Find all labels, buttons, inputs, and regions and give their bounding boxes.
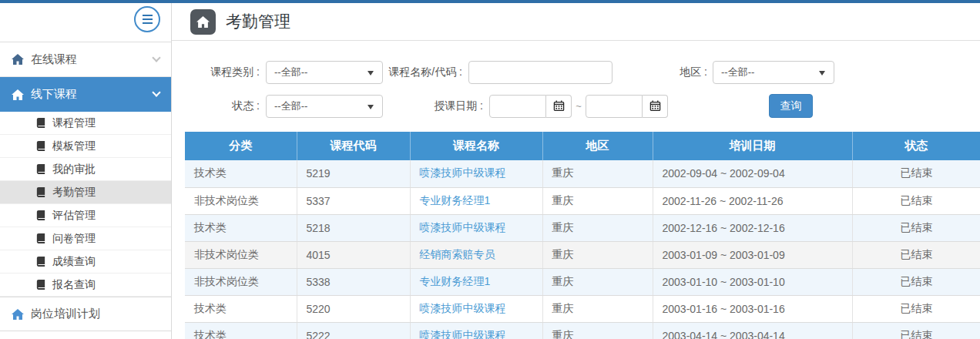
home-icon [12,309,24,320]
course-name-link[interactable]: 喷漆技师中级课程 [420,329,506,339]
book-icon [36,257,45,267]
course-name-link[interactable]: 专业财务经理1 [420,275,491,287]
hamburger-icon[interactable] [134,6,160,32]
sidebar-item-online-courses[interactable]: 在线课程 [0,42,171,77]
cell-category: 非技术岗位类 [185,268,297,295]
sidebar-submenu-item-label: 我的审批 [52,163,96,176]
sidebar-item-offline-courses[interactable]: 线下课程 [0,77,171,112]
sidebar-submenu-item-label: 课程管理 [52,116,96,130]
table-row: 非技术岗位类 5337 专业财务经理1 重庆 2002-11-26 ~ 2002… [185,187,980,214]
table-header-row: 分类课程代码课程名称地区培训日期状态 [185,132,980,160]
calendar-icon[interactable] [546,95,572,118]
cell-category: 技术类 [185,295,297,322]
calendar-icon[interactable] [643,95,668,118]
sidebar-submenu-item[interactable]: 成绩查询 [0,250,171,274]
sidebar-item-label: 岗位培训计划 [31,307,100,321]
date-to-input[interactable] [586,95,643,118]
book-icon [36,210,45,220]
sidebar-submenu-item[interactable]: 课程管理 [0,112,171,135]
date-from-input[interactable] [489,95,546,118]
cell-training-date: 2002-09-04 ~ 2002-09-04 [653,160,852,187]
page-header: 考勤管理 [172,3,980,41]
cell-training-date: 2003-01-10 ~ 2003-01-10 [653,268,852,295]
status-select[interactable]: --全部-- [266,95,383,118]
teaching-date-label: 授课日期 : [383,99,483,113]
table-row: 技术类 5220 喷漆技师中级课程 重庆 2003-01-16 ~ 2003-0… [185,295,980,322]
cell-category: 技术类 [185,322,297,339]
course-name-link[interactable]: 喷漆技师中级课程 [420,166,506,179]
page-title: 考勤管理 [226,11,290,32]
table-column-header: 地区 [542,132,653,160]
book-icon [36,280,45,290]
region-select[interactable]: --全部-- [713,61,834,84]
sidebar-submenu-item[interactable]: 评估管理 [0,204,171,227]
cell-training-date: 2002-11-26 ~ 2002-11-26 [653,187,852,214]
home-icon [12,54,24,65]
course-name-link[interactable]: 喷漆技师中级课程 [420,221,506,233]
cell-category: 非技术岗位类 [185,187,297,214]
course-category-select[interactable]: --全部-- [266,61,383,84]
table-column-header: 课程代码 [297,132,410,160]
course-name-label: 课程名称/代码 : [383,65,462,79]
table-column-header: 分类 [185,132,297,160]
course-table: 分类课程代码课程名称地区培训日期状态 技术类 5219 喷漆技师中级课程 重庆 … [185,132,980,339]
table-column-header: 状态 [852,132,980,160]
cell-status: 已结束 [852,268,980,295]
table-row: 非技术岗位类 5338 专业财务经理1 重庆 2003-01-10 ~ 2003… [185,268,980,295]
course-name-link[interactable]: 喷漆技师中级课程 [420,302,506,314]
sidebar-item-training-plan[interactable]: 岗位培训计划 [0,297,171,331]
sidebar-submenu-item[interactable]: 考勤管理 [0,181,171,204]
search-button[interactable]: 查询 [769,94,813,118]
table-column-header: 培训日期 [653,132,852,160]
cell-status: 已结束 [852,322,980,339]
sidebar-submenu-item[interactable]: 模板管理 [0,135,171,158]
filter-panel: 课程类别 : --全部-- 课程名称/代码 : 地区 : --全部-- 状态 :… [172,41,980,118]
chevron-down-icon [152,88,160,96]
region-label: 地区 : [612,65,707,79]
main-content: 考勤管理 课程类别 : --全部-- 课程名称/代码 : 地区 : --全部--… [172,3,980,339]
cell-region: 重庆 [542,322,653,339]
region-value: --全部-- [721,66,754,78]
sidebar-header [0,3,171,42]
sidebar-submenu-item-label: 问卷管理 [52,232,96,246]
sidebar-submenu-item[interactable]: 报名查询 [0,274,171,297]
cell-region: 重庆 [542,295,653,322]
cell-status: 已结束 [852,241,980,268]
status-label: 状态 : [172,99,260,113]
course-name-link[interactable]: 经销商索赔专员 [420,248,495,260]
cell-category: 技术类 [185,160,297,187]
sidebar-submenu-item-label: 成绩查询 [52,255,96,269]
sidebar-submenu-item[interactable]: 问卷管理 [0,227,171,250]
course-name-input[interactable] [468,61,612,84]
sidebar-submenu-item-label: 评估管理 [52,209,96,223]
sidebar-submenu-item[interactable]: 我的审批 [0,158,171,181]
course-name-link[interactable]: 专业财务经理1 [420,194,491,206]
date-to-group [586,95,668,118]
cell-status: 已结束 [852,187,980,214]
course-category-label: 课程类别 : [172,65,260,79]
sidebar-item-label: 在线课程 [31,52,77,67]
cell-course-code: 5218 [297,214,410,241]
cell-course-code: 5337 [297,187,410,214]
cell-category: 非技术岗位类 [185,241,297,268]
table-row: 非技术岗位类 4015 经销商索赔专员 重庆 2003-01-09 ~ 2003… [185,241,980,268]
cell-training-date: 2002-12-16 ~ 2002-12-16 [653,214,852,241]
course-category-value: --全部-- [274,66,307,78]
table-row: 技术类 5222 喷漆技师中级课程 重庆 2003-04-14 ~ 2003-0… [185,322,980,339]
cell-category: 技术类 [185,214,297,241]
table-row: 技术类 5219 喷漆技师中级课程 重庆 2002-09-04 ~ 2002-0… [185,160,980,187]
sidebar-submenu-item-label: 模板管理 [52,139,96,153]
home-icon [12,89,24,100]
course-table-body: 技术类 5219 喷漆技师中级课程 重庆 2002-09-04 ~ 2002-0… [185,160,980,339]
cell-course-code: 5219 [297,160,410,187]
cell-status: 已结束 [852,295,980,322]
cell-region: 重庆 [542,268,653,295]
date-from-group [489,95,572,118]
sidebar-submenu-item-label: 考勤管理 [52,186,96,200]
cell-course-code: 4015 [297,241,410,268]
cell-training-date: 2003-04-14 ~ 2003-04-14 [653,322,852,339]
chevron-down-icon [152,53,160,62]
cell-course-code: 5338 [297,268,410,295]
cell-training-date: 2003-01-16 ~ 2003-01-16 [653,295,852,322]
table-column-header: 课程名称 [410,132,542,160]
